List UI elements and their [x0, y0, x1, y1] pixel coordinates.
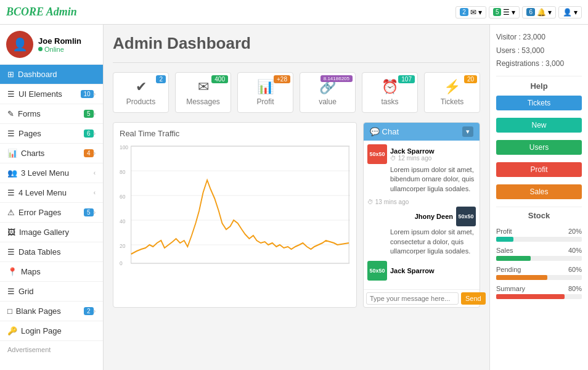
pages-icon: ☰: [7, 129, 15, 138]
bell-nav-btn[interactable]: 6 🔔 ▾: [522, 6, 556, 18]
right-panel: Visitor : 23,000 Users : 53,000 Registra…: [489, 25, 588, 370]
title-divider: [113, 62, 480, 63]
list-badge: 5: [493, 8, 502, 16]
sidebar-item-error-pages[interactable]: ⚠ Error Pages 5 ›: [0, 203, 103, 223]
sidebar-advertisement: Advertisement: [0, 341, 103, 358]
sidebar-item-ui-elements[interactable]: ☰ UI Elements 10 ›: [0, 84, 103, 104]
chevron-right-icon: ›: [94, 91, 96, 97]
chat-header: 💬 Chat ▾: [364, 123, 480, 141]
chat-input[interactable]: [366, 292, 459, 305]
pending-progress-fill: [496, 275, 547, 280]
image-gallery-icon: 🖼: [7, 228, 15, 237]
stat-card-tasks[interactable]: 107 ⏰ tasks: [362, 72, 418, 113]
messages-badge: 2: [460, 8, 468, 16]
chat-name-1: Jack Sparrow: [390, 147, 435, 155]
users-stat: Users : 53,000: [496, 44, 582, 58]
chevron-right-icon8: ›: [94, 308, 96, 314]
stat-card-messages[interactable]: 400 ✉ Messages: [175, 72, 231, 113]
sidebar-item-pages[interactable]: ☰ Pages 6 ›: [0, 124, 103, 144]
chat-text-2: Lorem ipsum dolor sit amet, consectetur …: [367, 228, 476, 256]
visitor-stat: Visitor : 23,000: [496, 31, 582, 44]
profit-badge: +28: [274, 75, 290, 83]
pending-progress-label: Pending: [496, 266, 521, 273]
bell-badge: 6: [526, 8, 535, 16]
pages-badge: 6: [84, 130, 94, 138]
sidebar-item-dashboard[interactable]: ⊞ Dashboard: [0, 65, 103, 84]
summary-progress-fill: [496, 294, 565, 299]
forms-icon: ✎: [7, 109, 14, 118]
sidebar-item-data-tables[interactable]: ☰ Data Tables: [0, 242, 103, 262]
profit-progress-label: Profit: [496, 228, 512, 235]
main-content: Admin Dashboard 2 ✔ Products 400 ✉ Messa…: [104, 25, 489, 370]
pending-progress-value: 60%: [568, 266, 582, 273]
right-users-button[interactable]: Users: [496, 140, 582, 155]
svg-text:80: 80: [120, 169, 126, 175]
sidebar-item-3level[interactable]: 👥 3 Level Menu ‹: [0, 163, 103, 183]
traffic-title: Real Time Traffic: [120, 129, 350, 138]
products-badge: 2: [156, 75, 166, 83]
top-nav-right: 2 ✉ ▾ 5 ☰ ▾ 6 🔔 ▾ 👤 ▾: [455, 6, 582, 18]
right-sales-button[interactable]: Sales: [496, 184, 582, 199]
value-badge: 8.14186205: [321, 75, 353, 82]
page-title: Admin Dashboard: [113, 34, 480, 53]
chat-icon: 💬 Chat: [370, 127, 399, 136]
chevron-right-icon7: ›: [94, 209, 96, 216]
sidebar-item-blank-pages[interactable]: □ Blank Pages 2 ›: [0, 302, 103, 321]
sidebar-item-grid[interactable]: ☰ Grid: [0, 282, 103, 302]
user-status: Online: [38, 46, 81, 53]
tasks-label: tasks: [371, 97, 409, 106]
traffic-panel: Real Time Traffic 100 80 60 40 20 0: [113, 122, 357, 308]
chat-time-1: ⏱ 12 mins ago: [390, 155, 435, 162]
ui-elements-icon: ☰: [7, 89, 15, 99]
sidebar-user: 👤 Joe Romlin Online: [0, 25, 103, 65]
username: Joe Romlin: [38, 36, 81, 46]
sales-progress-value: 40%: [568, 247, 582, 254]
sidebar-item-4level[interactable]: ☰ 4 Level Menu ‹: [0, 183, 103, 203]
blank-pages-badge: 2: [84, 307, 94, 315]
chat-send-button[interactable]: Send: [461, 292, 486, 305]
messages-badge2: 400: [211, 75, 228, 83]
sidebar-item-login[interactable]: 🔑 Login Page: [0, 321, 103, 341]
blank-pages-icon: □: [7, 306, 12, 316]
chat-avatar-3: 50x50: [367, 261, 387, 281]
sales-progress-fill: [496, 256, 531, 261]
right-new-button[interactable]: New: [496, 118, 582, 133]
sidebar-item-image-gallery[interactable]: 🖼 Image Gallery: [0, 223, 103, 242]
charts-badge: 4: [84, 149, 94, 157]
products-label: Products: [122, 97, 160, 106]
progress-summary: Summary 80%: [496, 285, 582, 299]
svg-text:60: 60: [120, 194, 126, 200]
chat-message-2: ⏱ 13 mins ago 50x50 Jhony Deen Lorem ips…: [367, 199, 476, 256]
stat-card-value[interactable]: 8.14186205 🔗 value: [300, 72, 356, 113]
grid-icon: ☰: [7, 287, 15, 296]
three-level-icon: 👥: [7, 168, 17, 178]
sidebar-item-charts[interactable]: 📊 Charts 4 ›: [0, 144, 103, 163]
bell-icon: 🔔: [537, 8, 546, 17]
chat-message-3: 50x50 Jack Sparrow: [367, 261, 476, 281]
stat-card-products[interactable]: 2 ✔ Products: [113, 72, 169, 113]
progress-sales: Sales 40%: [496, 247, 582, 261]
list-nav-btn[interactable]: 5 ☰ ▾: [489, 6, 520, 18]
messages-nav-btn[interactable]: 2 ✉ ▾: [455, 6, 486, 18]
sidebar-item-maps[interactable]: 📍 Maps: [0, 262, 103, 282]
progress-pending: Pending 60%: [496, 266, 582, 280]
chat-dropdown-button[interactable]: ▾: [462, 126, 473, 137]
right-tickets-button[interactable]: Tickets: [496, 96, 582, 110]
chat-avatar-2: 50x50: [456, 207, 476, 226]
chevron-right-icon3: ›: [94, 130, 96, 137]
chevron-down-icon4: ▾: [574, 8, 578, 17]
forms-badge: 5: [84, 110, 94, 118]
app-logo: BCORE Admin: [6, 6, 77, 18]
chevron-right-icon5: ‹: [94, 170, 96, 176]
error-pages-icon: ⚠: [7, 208, 15, 217]
sidebar-item-forms[interactable]: ✎ Forms 5 ›: [0, 104, 103, 124]
stat-card-profit[interactable]: +28 📊 Profit: [237, 72, 293, 113]
profit-label: Profit: [247, 97, 284, 106]
user-nav-btn[interactable]: 👤 ▾: [558, 6, 582, 18]
stat-card-tickets[interactable]: 20 ⚡ Tickets: [424, 72, 480, 113]
chat-text-1: Lorem ipsum dolor sit amet, bibendum orn…: [367, 165, 476, 194]
right-profit-button[interactable]: Profit: [496, 162, 582, 177]
summary-progress-label: Summary: [496, 285, 525, 292]
profit-progress-fill: [496, 237, 513, 242]
chevron-right-icon6: ‹: [94, 189, 96, 196]
